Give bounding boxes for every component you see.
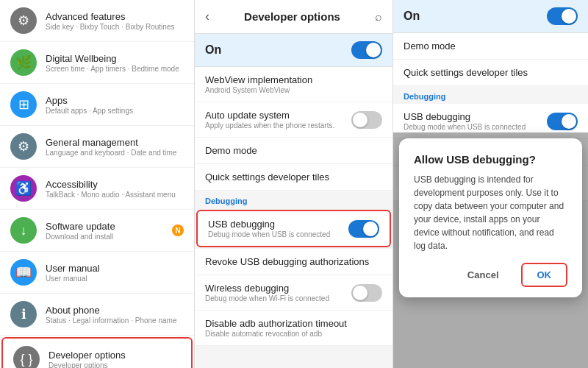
dev-item-subtitle-autoupdate: Apply updates when the phone restarts. (205, 121, 334, 130)
dev-item-title-disableadb: Disable adb authorization timeout (205, 318, 347, 329)
dev-item-disableadb[interactable]: Disable adb authorization timeoutDisable… (195, 311, 392, 346)
accessibility-icon: ♿ (10, 175, 37, 202)
p3-subtitle-usbdebugging: Debug mode when USB is connected (404, 123, 526, 131)
p3-developer-toggle[interactable] (547, 7, 578, 25)
about-text: About phoneStatus · Legal information · … (46, 305, 184, 325)
sidebar-item-advanced[interactable]: ⚙Advanced featuresSide key · Bixby Touch… (0, 0, 194, 42)
dev-item-autoupdate[interactable]: Auto update systemApply updates when the… (195, 102, 392, 138)
dialog-body: USB debugging is intended for developmen… (414, 173, 567, 252)
dev-item-title-demomode: Demo mode (205, 145, 257, 156)
dev-item-text-quicksettings: Quick settings developer tiles (205, 171, 329, 183)
advanced-title: Advanced features (46, 11, 184, 22)
apps-subtitle: Default apps · App settings (46, 107, 184, 115)
dev-item-demomode[interactable]: Demo mode (195, 138, 392, 164)
software-icon: ↓ (10, 217, 37, 244)
p3-title-demomode: Demo mode (404, 40, 456, 52)
p3-on-row: On (393, 0, 588, 33)
p3-text-usbdebugging: USB debuggingDebug mode when USB is conn… (404, 111, 526, 131)
toggle-wirelessdebugging[interactable] (351, 284, 382, 302)
developer-options-panel: ‹ Developer options ⌕ On WebView impleme… (195, 0, 393, 368)
dev-item-subtitle-webview: Android System WebView (205, 86, 312, 94)
dev-item-text-autoupdate: Auto update systemApply updates when the… (205, 110, 334, 130)
p3-text-quicksettings: Quick settings developer tiles (404, 67, 528, 78)
manual-text: User manualUser manual (46, 263, 184, 283)
dev-item-title-usbdebugging: USB debugging (208, 219, 330, 230)
general-title: General management (46, 137, 184, 148)
manual-subtitle: User manual (46, 275, 184, 283)
sidebar-item-software[interactable]: ↓Software updateDownload and installN (0, 210, 194, 252)
about-icon: ℹ (10, 301, 37, 328)
dev-item-title-wirelessdebugging: Wireless debugging (205, 283, 329, 294)
dev-item-text-disableadb: Disable adb authorization timeoutDisable… (205, 318, 347, 338)
section-debugging-label: Debugging (195, 191, 392, 208)
developer-text: Developer optionsDeveloper options (49, 350, 181, 369)
sidebar-item-apps[interactable]: ⊞AppsDefault apps · App settings (0, 84, 194, 126)
on-label: On (205, 43, 221, 57)
p3-section-debugging-label: Debugging (393, 86, 588, 104)
dev-item-subtitle-usbdebugging: Debug mode when USB is connected (208, 230, 330, 238)
dialog-cancel-button[interactable]: Cancel (453, 263, 514, 287)
advanced-text: Advanced featuresSide key · Bixby Touch … (46, 11, 184, 31)
accessibility-text: AccessibilityTalkBack · Mono audio · Ass… (46, 179, 184, 199)
dialog-overlay: Allow USB debugging? USB debugging is in… (393, 132, 588, 368)
developer-icon: { } (13, 346, 40, 368)
manual-title: User manual (46, 263, 184, 274)
developer-title: Developer options (49, 350, 181, 361)
apps-icon: ⊞ (10, 91, 37, 118)
dev-item-usbdebugging[interactable]: USB debuggingDebug mode when USB is conn… (196, 210, 391, 247)
dialog-ok-button[interactable]: OK (521, 263, 568, 287)
wellbeing-text: Digital WellbeingScreen time · App timer… (46, 53, 184, 73)
panel2-title: Developer options (209, 10, 375, 23)
p3-text-demomode: Demo mode (404, 40, 456, 52)
wellbeing-icon: 🌿 (10, 49, 37, 76)
dialog-buttons: Cancel OK (414, 263, 567, 287)
p3-on-label: On (404, 10, 420, 23)
about-subtitle: Status · Legal information · Phone name (46, 316, 184, 325)
sidebar-item-general[interactable]: ⚙General managementLanguage and keyboard… (0, 126, 194, 168)
dev-item-text-wirelessdebugging: Wireless debuggingDebug mode when Wi-Fi … (205, 283, 329, 302)
general-text: General managementLanguage and keyboard … (46, 137, 184, 157)
accessibility-subtitle: TalkBack · Mono audio · Assistant menu (46, 191, 184, 199)
general-icon: ⚙ (10, 133, 37, 160)
p3-title-usbdebugging: USB debugging (404, 111, 526, 122)
p3-title-quicksettings: Quick settings developer tiles (404, 67, 528, 78)
dev-item-text-usbdebugging: USB debuggingDebug mode when USB is conn… (208, 219, 330, 238)
dev-item-text-webview: WebView implementationAndroid System Web… (205, 74, 312, 94)
sidebar-item-wellbeing[interactable]: 🌿Digital WellbeingScreen time · App time… (0, 42, 194, 84)
sidebar-item-manual[interactable]: 📖User manualUser manual (0, 252, 194, 294)
dev-item-wirelessdebugging[interactable]: Wireless debuggingDebug mode when Wi-Fi … (195, 275, 392, 311)
panel2-header: ‹ Developer options ⌕ (195, 0, 392, 34)
advanced-subtitle: Side key · Bixby Touch · Bixby Routines (46, 23, 184, 31)
sidebar-item-developer[interactable]: { }Developer optionsDeveloper options (1, 337, 193, 368)
manual-icon: 📖 (10, 259, 37, 286)
apps-text: AppsDefault apps · App settings (46, 95, 184, 115)
toggle-autoupdate[interactable] (351, 111, 382, 129)
dev-item-revokeusb[interactable]: Revoke USB debugging authorizations (195, 249, 392, 275)
dev-item-quicksettings[interactable]: Quick settings developer tiles (195, 164, 392, 191)
developer-toggle[interactable] (351, 41, 382, 59)
advanced-icon: ⚙ (10, 7, 37, 34)
usb-debug-dialog: Allow USB debugging? USB debugging is in… (399, 138, 582, 297)
sidebar-item-accessibility[interactable]: ♿AccessibilityTalkBack · Mono audio · As… (0, 168, 194, 210)
wellbeing-subtitle: Screen time · App timers · Bedtime mode (46, 65, 184, 73)
wellbeing-title: Digital Wellbeing (46, 53, 184, 64)
toggle-usbdebugging[interactable] (348, 220, 379, 238)
p3-item-quicksettings[interactable]: Quick settings developer tiles (393, 60, 588, 86)
p3-item-demomode[interactable]: Demo mode (393, 33, 588, 60)
software-title: Software update (46, 221, 172, 232)
developer-on-row: On (195, 34, 392, 67)
dev-item-webview[interactable]: WebView implementationAndroid System Web… (195, 67, 392, 102)
p3-toggle-usbdebugging[interactable] (547, 113, 578, 130)
developer-subtitle: Developer options (49, 361, 181, 369)
sidebar-item-about[interactable]: ℹAbout phoneStatus · Legal information ·… (0, 294, 194, 336)
software-text: Software updateDownload and install (46, 221, 172, 241)
software-subtitle: Download and install (46, 233, 172, 241)
settings-menu: ⚙Advanced featuresSide key · Bixby Touch… (0, 0, 195, 368)
dev-item-text-demomode: Demo mode (205, 145, 257, 156)
search-icon[interactable]: ⌕ (375, 10, 382, 24)
panel3: On Demo modeQuick settings developer til… (393, 0, 588, 368)
dev-item-title-webview: WebView implementation (205, 74, 312, 85)
dev-item-subtitle-wirelessdebugging: Debug mode when Wi-Fi is connected (205, 294, 329, 302)
about-title: About phone (46, 305, 184, 316)
dev-item-subtitle-disableadb: Disable automatic revocation of adb (205, 330, 347, 338)
